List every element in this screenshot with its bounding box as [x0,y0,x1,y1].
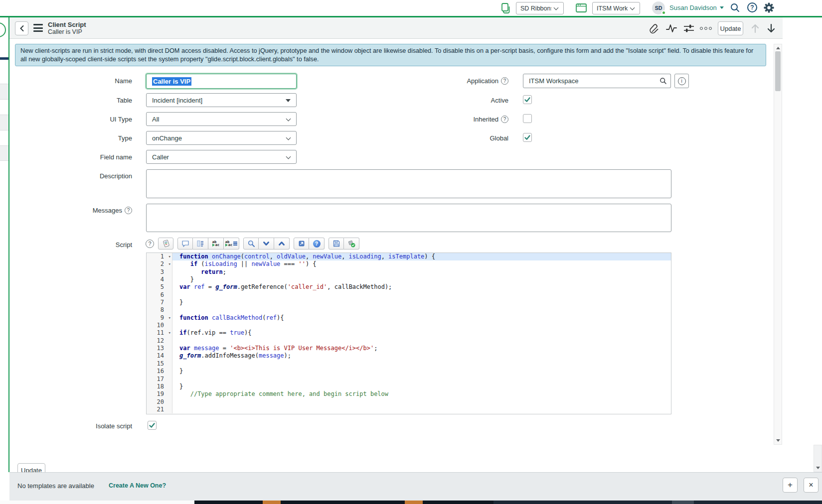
chevron-down-icon [720,6,724,9]
form-scrollbar[interactable] [774,44,782,445]
find-previous-button[interactable] [274,238,290,250]
messages-textarea[interactable] [146,204,671,232]
help-icon[interactable]: ? [747,2,757,12]
find-next-button[interactable] [259,238,274,250]
name-input[interactable]: Caller is VIP [146,74,297,89]
code-line[interactable]: 17 [147,376,671,383]
avatar[interactable]: SD [652,1,665,14]
find-button[interactable] [243,238,259,250]
code-line[interactable]: 9▾function callBackMethod(ref){ [147,314,671,322]
script-help-icon[interactable]: ? [146,240,154,248]
code-line[interactable]: 1▾function onChange(control, oldValue, n… [147,253,671,260]
field-name-select[interactable]: Caller [146,150,297,164]
script-editor[interactable]: 1▾function onChange(control, oldValue, n… [146,252,671,414]
save-icon [332,240,340,248]
code-line[interactable]: 10 [147,322,671,329]
global-checkbox[interactable] [523,133,532,142]
code-line[interactable]: 11▾if(ref.vip == true){ [147,329,671,337]
code-line[interactable]: 8 [147,306,671,314]
ribbon-select[interactable]: SD Ribbons [516,2,564,14]
personalize-form-icon[interactable] [683,22,695,34]
code-line[interactable]: 16} [147,368,671,375]
application-info-button[interactable]: i [674,74,689,88]
code-line[interactable]: 2▾ if (isLoading || newValue === '') { [147,260,671,268]
previous-record-icon[interactable] [749,22,761,34]
scroll-down-arrow[interactable] [816,467,820,469]
background-list-row [0,145,9,161]
search-icon [247,240,255,248]
save-button[interactable] [329,238,344,250]
code-line[interactable]: 4 } [147,276,671,283]
line-number-gutter: 18 [147,383,172,390]
scroll-down-arrow[interactable] [776,439,780,442]
fold-arrow-icon[interactable]: ▾ [168,329,171,337]
application-search-button[interactable] [656,74,671,88]
help-icon: ? [313,240,321,248]
line-number-gutter: 3 [147,268,172,276]
scroll-up-arrow[interactable] [776,47,780,49]
syntax-check-button[interactable] [344,238,359,250]
application-input[interactable]: ITSM Workspace [523,74,657,88]
chevron-down-icon [286,117,291,122]
fold-arrow-icon[interactable]: ▾ [168,253,171,260]
activity-stream-icon[interactable] [665,22,677,34]
active-checkbox[interactable] [523,95,532,104]
gear-icon[interactable] [763,2,775,13]
page-scrollbar[interactable] [814,445,822,472]
ui-type-select[interactable]: All [146,112,297,126]
table-label: Table [20,97,132,104]
code-line[interactable]: 3 return; [147,268,671,276]
open-in-new-window-button[interactable] [294,238,309,250]
next-record-icon[interactable] [765,22,777,34]
fold-arrow-icon[interactable]: ▾ [168,260,171,268]
search-icon[interactable] [730,2,740,13]
code-line[interactable]: 12 [147,337,671,345]
create-template-link[interactable]: Create A New One? [109,482,166,489]
code-line[interactable]: 19 //Type appropriate comment here, and … [147,390,671,398]
code-line[interactable]: 21 [147,406,671,413]
window-icon[interactable] [575,3,587,13]
scrollbar-thumb[interactable] [775,51,781,91]
code-line[interactable]: 15 [147,360,671,368]
editor-help-button[interactable]: ? [309,238,325,250]
code-line[interactable]: 18} [147,383,671,390]
field-help-icon[interactable]: ? [125,207,132,214]
comment-button[interactable] [177,238,193,250]
description-textarea[interactable] [146,169,671,198]
line-number-gutter: 17 [147,376,172,383]
replace-button[interactable]: ab ac [208,238,224,250]
back-button[interactable] [15,21,28,35]
record-name-subtitle: Caller is VIP [48,28,82,35]
inherited-checkbox[interactable] [523,114,532,123]
code-line[interactable]: 20 [147,398,671,406]
replace-all-button[interactable]: ab ac [224,238,239,250]
add-template-button[interactable]: + [783,478,798,493]
field-help-icon[interactable]: ? [501,77,508,85]
script-icon [162,240,170,248]
presence-dot [661,10,666,15]
taskbar-fragment [0,501,822,504]
pages-icon[interactable] [500,2,511,13]
code-line[interactable]: 5var ref = g_form.getReference('caller_i… [147,283,671,291]
code-line[interactable]: 7} [147,299,671,306]
more-actions-icon[interactable] [700,27,712,30]
update-button-header[interactable]: Update [718,21,743,35]
code-line[interactable]: 6 [147,291,671,299]
code-line[interactable]: 14g_form.addInfoMessage(message); [147,352,671,360]
user-name: Susan Davidson [669,4,717,11]
user-menu[interactable]: Susan Davidson [669,4,724,11]
workspace-select[interactable]: ITSM Works [592,2,640,14]
replace-all-icon: ab ac [225,241,232,247]
code-line[interactable]: 13var message = '<b><i>This is VIP User … [147,345,671,352]
attachment-icon[interactable] [648,22,660,34]
screen: SD Ribbons ITSM Works SD Susan Davidson … [0,0,822,504]
type-select[interactable]: onChange [146,131,297,145]
fold-arrow-icon[interactable]: ▾ [168,314,171,322]
table-select[interactable]: Incident [incident] [146,93,297,107]
form-context-menu-icon[interactable] [33,24,43,32]
isolate-script-checkbox[interactable] [148,421,157,430]
close-template-bar-button[interactable]: × [804,478,819,493]
format-code-button[interactable] [193,238,208,250]
toggle-syntax-editor-button[interactable] [158,238,173,250]
field-help-icon[interactable]: ? [501,116,508,123]
